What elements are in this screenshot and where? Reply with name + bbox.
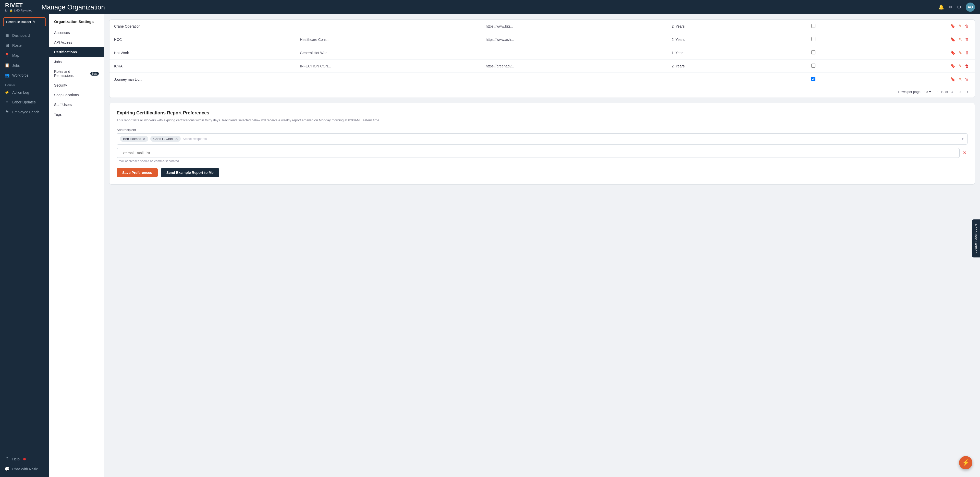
cert-required-checkbox[interactable] bbox=[811, 50, 815, 54]
sidebar-item-chat[interactable]: 💬 Chat With Rosie bbox=[0, 464, 49, 474]
edit-button[interactable]: ✎ bbox=[958, 63, 963, 69]
external-email-input[interactable] bbox=[117, 148, 959, 158]
cert-name: Crane Operation bbox=[110, 20, 295, 33]
gear-icon[interactable]: ⚙ bbox=[957, 4, 961, 10]
settings-item-label: Staff Users bbox=[54, 103, 72, 107]
edit-button[interactable]: ✎ bbox=[958, 23, 963, 29]
sidebar-item-label: Dashboard bbox=[12, 34, 30, 38]
settings-item-absences[interactable]: Absences bbox=[49, 28, 104, 38]
edit-button[interactable]: ✎ bbox=[958, 37, 963, 42]
employee-bench-icon: ⚑ bbox=[5, 110, 10, 115]
sidebar-item-roster[interactable]: ⊞ Roster bbox=[0, 40, 49, 50]
delete-button[interactable]: 🗑 bbox=[964, 50, 970, 56]
recipient-input-box[interactable]: Ben Holmes ✕ Chris L. Oneil ✕ Select rec… bbox=[117, 133, 967, 145]
cert-name: HCC bbox=[110, 33, 295, 46]
jobs-icon: 📋 bbox=[5, 63, 10, 68]
tools-section-label: TOOLS bbox=[0, 80, 49, 87]
chip-remove-ben[interactable]: ✕ bbox=[143, 137, 146, 141]
cert-name: Hot Work bbox=[110, 46, 295, 59]
cert-required-checkbox[interactable] bbox=[811, 64, 815, 68]
settings-item-jobs[interactable]: Jobs bbox=[49, 57, 104, 67]
recipient-label: Add recipient bbox=[117, 128, 967, 132]
prev-page-button[interactable]: ‹ bbox=[958, 89, 963, 95]
sidebar-item-label: Employee Bench bbox=[12, 110, 39, 114]
mail-icon[interactable]: ✉ bbox=[948, 4, 953, 10]
settings-sidebar: Organization Settings Absences API Acces… bbox=[49, 14, 104, 477]
settings-item-label: Security bbox=[54, 83, 67, 87]
settings-item-security[interactable]: Security bbox=[49, 80, 104, 90]
settings-item-api-access[interactable]: API Access bbox=[49, 38, 104, 47]
cert-name: Journeyman Lic... bbox=[110, 73, 295, 86]
lock-icon: 🔒 bbox=[10, 9, 13, 12]
bookmark-icon: 🔖 bbox=[950, 51, 956, 55]
content-area: Organization Settings Absences API Acces… bbox=[49, 14, 980, 477]
main-content: Crane Operation https://www.big... 2 Yea… bbox=[104, 14, 980, 477]
top-nav-icons: 🔔 ✉ ⚙ AO bbox=[939, 3, 975, 12]
cert-required-cell bbox=[783, 33, 844, 46]
clear-email-button[interactable]: ✕ bbox=[962, 150, 967, 156]
sidebar-item-help[interactable]: ? Help bbox=[0, 454, 49, 464]
recipient-chip-chris: Chris L. Oneil ✕ bbox=[150, 136, 181, 142]
help-icon: ? bbox=[5, 457, 10, 461]
sidebar-item-labor-updates[interactable]: ≡ Labor Updates bbox=[0, 97, 49, 107]
bookmark-icon: 🔖 bbox=[950, 64, 956, 68]
edit-button[interactable]: ✎ bbox=[958, 77, 963, 82]
table-row: HCC Healthcare Cons... https://www.ash..… bbox=[110, 33, 975, 46]
edit-button[interactable]: ✎ bbox=[958, 50, 963, 56]
sidebar-item-employee-bench[interactable]: ⚑ Employee Bench bbox=[0, 107, 49, 117]
cert-actions: 🔖 ✎ 🗑 bbox=[844, 46, 975, 59]
settings-item-shop-locations[interactable]: Shop Locations bbox=[49, 90, 104, 100]
schedule-builder-icon: ✎ bbox=[33, 20, 35, 24]
avatar[interactable]: AO bbox=[966, 3, 975, 12]
delete-button[interactable]: 🗑 bbox=[964, 63, 970, 69]
cert-desc: INFECTION CON... bbox=[295, 59, 481, 73]
floating-action-button[interactable]: ⚡ bbox=[959, 456, 972, 469]
app-logo: RIVET bbox=[5, 2, 32, 9]
sidebar-item-action-log[interactable]: ⚡ Action Log bbox=[0, 87, 49, 97]
cert-name: ICRA bbox=[110, 59, 295, 73]
cert-required-checkbox[interactable] bbox=[811, 77, 815, 81]
sidebar-item-dashboard[interactable]: ▦ Dashboard bbox=[0, 30, 49, 40]
settings-item-roles-permissions[interactable]: Roles and Permissions Beta bbox=[49, 67, 104, 80]
next-page-button[interactable]: › bbox=[966, 89, 970, 95]
cert-actions: 🔖 ✎ 🗑 bbox=[844, 73, 975, 86]
resource-center[interactable]: Resource Center bbox=[972, 219, 980, 257]
recipient-name: Chris L. Oneil bbox=[153, 137, 173, 141]
cert-required-checkbox[interactable] bbox=[811, 24, 815, 28]
settings-item-label: Shop Locations bbox=[54, 93, 79, 97]
sidebar-item-jobs[interactable]: 📋 Jobs bbox=[0, 60, 49, 70]
schedule-builder-button[interactable]: Schedule Builder ✎ bbox=[3, 18, 46, 26]
table-row: Hot Work General Hot Wor... 1 Year 🔖 ✎ 🗑 bbox=[110, 46, 975, 59]
map-icon: 📍 bbox=[5, 53, 10, 58]
cert-expiry: 2 Years bbox=[667, 59, 783, 73]
settings-item-certifications[interactable]: Certifications bbox=[49, 47, 104, 57]
rows-per-page-select[interactable]: 10 25 50 bbox=[923, 89, 932, 94]
page-title: Manage Organization bbox=[41, 3, 934, 11]
sidebar-item-label: Map bbox=[12, 53, 19, 57]
cert-required-cell bbox=[783, 59, 844, 73]
send-example-report-button[interactable]: Send Example Report to Me bbox=[161, 168, 219, 177]
settings-item-label: Jobs bbox=[54, 60, 62, 64]
bell-icon[interactable]: 🔔 bbox=[939, 4, 944, 10]
sidebar-item-map[interactable]: 📍 Map bbox=[0, 50, 49, 60]
action-buttons: Save Preferences Send Example Report to … bbox=[117, 168, 967, 177]
workforce-icon: 👥 bbox=[5, 73, 10, 78]
cert-expiry: 2 Years bbox=[667, 33, 783, 46]
cert-required-cell bbox=[783, 20, 844, 33]
delete-button[interactable]: 🗑 bbox=[964, 37, 970, 42]
table-row: Crane Operation https://www.big... 2 Yea… bbox=[110, 20, 975, 33]
settings-item-tags[interactable]: Tags bbox=[49, 110, 104, 119]
cert-required-cell bbox=[783, 73, 844, 86]
delete-button[interactable]: 🗑 bbox=[964, 24, 970, 29]
settings-item-label: Certifications bbox=[54, 50, 77, 54]
save-preferences-button[interactable]: Save Preferences bbox=[117, 168, 158, 177]
org-label: for 🔒 LMD Revisited bbox=[5, 9, 32, 12]
cert-url bbox=[481, 46, 667, 59]
certifications-table: Crane Operation https://www.big... 2 Yea… bbox=[110, 20, 975, 86]
settings-item-staff-users[interactable]: Staff Users bbox=[49, 100, 104, 110]
sidebar-item-workforce[interactable]: 👥 Workforce bbox=[0, 70, 49, 80]
bookmark-icon: 🔖 bbox=[950, 24, 956, 28]
delete-button[interactable]: 🗑 bbox=[964, 77, 970, 82]
cert-required-checkbox[interactable] bbox=[811, 37, 815, 41]
chip-remove-chris[interactable]: ✕ bbox=[175, 137, 178, 141]
